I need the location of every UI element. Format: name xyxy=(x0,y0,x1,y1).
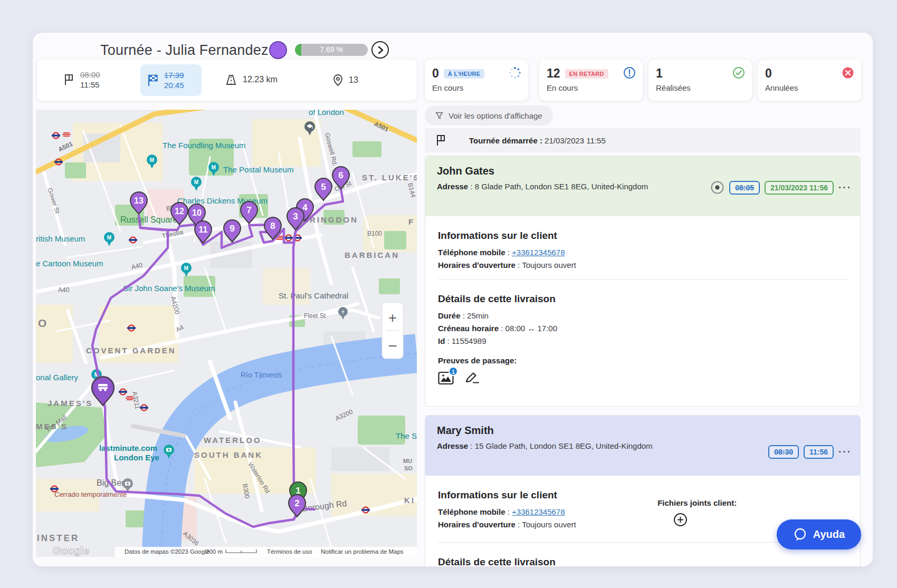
next-tour-button[interactable] xyxy=(371,41,389,59)
status-card-cancelled[interactable]: 0 Annulées xyxy=(758,60,861,101)
svg-text:Russell Square: Russell Square xyxy=(120,215,178,224)
tour-stats-bar: 08:00 11:55 17:39 20:45 12.23 km xyxy=(37,60,417,101)
end-time-stat[interactable]: 17:39 20:45 xyxy=(140,64,202,96)
separator: : xyxy=(505,507,512,516)
alert-circle-icon xyxy=(623,66,636,80)
svg-text:SO: SO xyxy=(404,465,413,471)
svg-text:WATERLOO: WATERLOO xyxy=(204,436,262,445)
separator: : xyxy=(516,520,522,529)
svg-text:JAMES'S: JAMES'S xyxy=(47,399,93,408)
report-problem-link[interactable]: Notificar un problema de Maps xyxy=(321,548,404,555)
svg-text:A40: A40 xyxy=(58,286,70,294)
svg-text:F: F xyxy=(408,217,415,226)
main-window: Tournée - Julia Fernandez 7.69 % 08:00 1… xyxy=(33,33,873,566)
svg-text:Fleet St: Fleet St xyxy=(304,312,326,320)
page-title: Tournée - Julia Fernandez xyxy=(100,39,269,61)
google-logo: Google xyxy=(53,545,89,556)
svg-text:ritish Museum: ritish Museum xyxy=(36,234,85,243)
svg-text:KI: KI xyxy=(404,496,415,505)
phone-link[interactable]: +33612345678 xyxy=(512,507,565,516)
duration-label: Durée xyxy=(438,311,461,320)
help-button[interactable]: Ayuda xyxy=(777,519,861,550)
terms-link[interactable]: Términos de uso xyxy=(267,548,312,555)
svg-text:onal Gallery: onal Gallery xyxy=(36,373,79,382)
hours-value: Toujours ouvert xyxy=(522,520,576,529)
start-time-stat: 08:00 11:55 xyxy=(63,70,100,90)
photo-proof-button[interactable]: 1 xyxy=(438,371,454,387)
scale-label: 200 m xyxy=(206,548,223,555)
map-pin-icon xyxy=(332,74,343,86)
stop-name: Mary Smith xyxy=(437,425,848,437)
status-card-late[interactable]: 12 EN RETARD En cours xyxy=(539,60,643,101)
delivery-details-title: Détails de cette livraison xyxy=(438,293,848,305)
phone-row: Téléphone mobile : +33612345678 xyxy=(438,507,657,516)
svg-text:3: 3 xyxy=(293,211,298,221)
window-label: Créneau horaire xyxy=(438,324,499,333)
id-value: 11554989 xyxy=(452,336,486,345)
svg-text:4: 4 xyxy=(302,203,308,213)
svg-text:The S: The S xyxy=(396,431,417,440)
add-attachment-button[interactable] xyxy=(673,513,688,529)
svg-text:M: M xyxy=(212,165,216,170)
plus-circle-icon xyxy=(673,513,688,527)
duration-value: 25min xyxy=(467,311,489,320)
scheduled-time-badge[interactable]: 08:05 xyxy=(729,181,760,195)
client-info-title: Informations sur le client xyxy=(438,230,848,242)
svg-text:12: 12 xyxy=(175,207,184,216)
hours-label: Horaires d'ouverture xyxy=(438,261,516,269)
svg-text:lastminute.com: lastminute.com xyxy=(99,444,157,452)
divider xyxy=(438,279,848,279)
record-status-icon[interactable] xyxy=(710,180,724,195)
svg-text:Río Támesis: Río Támesis xyxy=(241,371,282,379)
start-flag-icon xyxy=(63,73,75,86)
separator: : xyxy=(499,324,505,333)
zoom-in-button[interactable]: + xyxy=(388,310,397,326)
svg-text:BARBICAN: BARBICAN xyxy=(345,250,399,259)
address-label: Adresse xyxy=(437,182,468,191)
planned-start-time: 08:00 xyxy=(80,70,100,80)
distance-stat: 12.23 km xyxy=(225,74,278,85)
phone-label: Téléphone mobile xyxy=(438,248,505,257)
separator: : xyxy=(445,336,452,345)
done-label: Réalisées xyxy=(656,83,745,92)
ontime-label: En cours xyxy=(432,83,521,92)
duration-row: Durée : 25min xyxy=(438,311,848,320)
stop-card-john-gates[interactable]: John Gates Adresse : 8 Glade Path, Londo… xyxy=(425,156,861,407)
stops-count-value: 13 xyxy=(349,75,358,85)
signature-proof-button[interactable] xyxy=(464,371,480,387)
estimated-end-time: 20:45 xyxy=(164,80,184,90)
proofs-label: Preuves de passage: xyxy=(438,356,848,365)
zoom-out-button[interactable]: − xyxy=(388,337,397,354)
delivery-details-title: Détails de cette livraison xyxy=(438,556,848,566)
actual-start-time: 11:55 xyxy=(80,80,100,90)
svg-text:6: 6 xyxy=(338,170,343,180)
stop-name: John Gates xyxy=(437,165,848,177)
svg-text:MU: MU xyxy=(403,458,412,464)
scheduled-time-badge[interactable]: 08:30 xyxy=(768,445,799,459)
stop-menu-button[interactable]: ··· xyxy=(838,446,852,458)
phone-link[interactable]: +33612345678 xyxy=(512,248,565,257)
photo-count-badge: 1 xyxy=(448,367,458,376)
map-zoom-control[interactable]: + − xyxy=(382,303,403,359)
map-canvas[interactable]: of London A501 A501 The Foundling Museum… xyxy=(36,110,417,557)
help-label: Ayuda xyxy=(813,528,845,541)
svg-text:The Foundling Museum: The Foundling Museum xyxy=(163,141,246,150)
svg-text:11: 11 xyxy=(199,225,208,234)
late-badge: EN RETARD xyxy=(565,69,608,79)
cancel-circle-icon xyxy=(841,66,855,80)
status-card-ontime[interactable]: 0 À L'HEURE En cours xyxy=(425,60,528,101)
display-options-label: Voir les options d'affichage xyxy=(448,111,542,120)
display-options-button[interactable]: Voir les options d'affichage xyxy=(425,105,553,126)
svg-text:M: M xyxy=(184,265,188,271)
id-row: Id : 11554989 xyxy=(438,336,848,345)
address-value: 8 Glade Path, London SE1 8EG, United-Kin… xyxy=(475,182,648,191)
phone-label: Téléphone mobile xyxy=(438,507,505,516)
window-value: 08:00 ↔ 17:00 xyxy=(505,324,557,333)
late-label: En cours xyxy=(547,83,635,92)
completed-time-badge[interactable]: 21/03/2023 11:56 xyxy=(765,181,834,195)
eta-time-badge[interactable]: 11:56 xyxy=(804,445,834,459)
stop-menu-button[interactable]: ··· xyxy=(838,182,852,194)
status-card-done[interactable]: 1 Réalisées xyxy=(648,60,752,101)
stops-count-stat: 13 xyxy=(332,74,358,86)
svg-text:The Postal Museum: The Postal Museum xyxy=(223,165,293,174)
